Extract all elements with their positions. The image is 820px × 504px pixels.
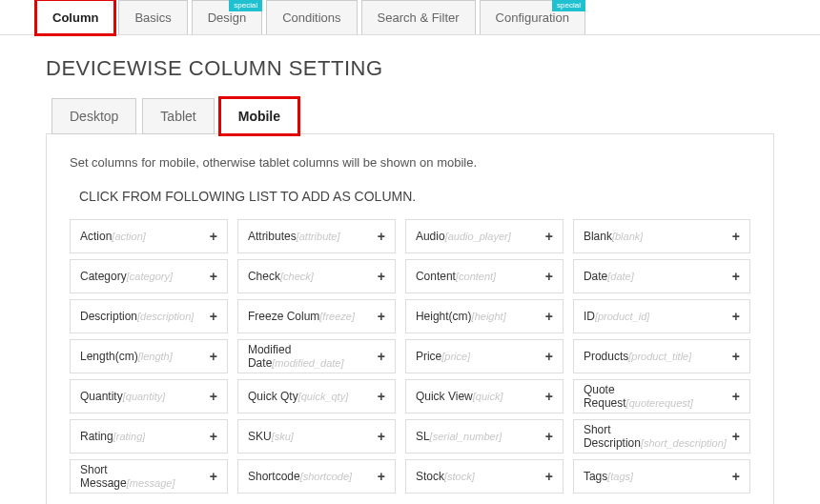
column-chip-shortcode[interactable]: Shortcode[shortcode]+ <box>237 459 396 494</box>
plus-icon: + <box>378 309 385 325</box>
column-chip-short-message[interactable]: Short Message[message]+ <box>70 459 228 494</box>
tab-label: Configuration <box>496 10 569 25</box>
column-chip-name: Quick Qty <box>248 390 298 403</box>
column-chip-slug: [height] <box>472 311 506 322</box>
column-chip-name: Rating <box>80 430 113 443</box>
device-tab-desktop[interactable]: Desktop <box>51 98 136 134</box>
column-chip-name: Quote Request <box>584 383 626 410</box>
top-tab-search-filter[interactable]: Search & Filter <box>361 0 476 34</box>
column-chip-label: Modified Date[modified_date] <box>248 343 372 371</box>
column-chip-label: Quantity[quantity] <box>80 390 165 403</box>
plus-icon: + <box>732 229 740 245</box>
column-chip-slug: [short_description] <box>641 437 727 449</box>
column-chip-label: Audio[audio_player] <box>416 230 511 243</box>
plus-icon: + <box>210 349 217 365</box>
column-chip-modified-date[interactable]: Modified Date[modified_date]+ <box>237 339 396 373</box>
column-chip-quote-request[interactable]: Quote Request[quoterequest]+ <box>573 379 750 413</box>
column-chip-name: ID <box>584 310 595 323</box>
plus-icon: + <box>378 349 385 365</box>
top-tab-conditions[interactable]: Conditions <box>266 0 357 34</box>
column-chip-slug: [category] <box>127 271 173 282</box>
column-chip-label: Blank[blank] <box>584 230 643 243</box>
column-chip-blank[interactable]: Blank[blank]+ <box>573 219 750 253</box>
plus-icon: + <box>210 229 217 245</box>
plus-icon: + <box>732 309 740 325</box>
column-chip-rating[interactable]: Rating[rating]+ <box>70 419 228 454</box>
column-chip-sku[interactable]: SKU[sku]+ <box>237 419 396 454</box>
device-tab-tablet[interactable]: Tablet <box>142 98 214 134</box>
column-chip-short-description[interactable]: Short Description[short_description]+ <box>573 419 750 454</box>
column-chip-name: Stock <box>416 470 444 483</box>
column-grid: Action[action]+Attributes[attribute]+Aud… <box>70 219 750 494</box>
column-chip-height-cm[interactable]: Height(cm)[height]+ <box>405 299 564 333</box>
column-chip-name: Length(cm) <box>80 350 138 363</box>
column-chip-name: Action <box>80 230 112 243</box>
plus-icon: + <box>210 469 217 485</box>
plus-icon: + <box>378 469 385 485</box>
column-chip-audio[interactable]: Audio[audio_player]+ <box>405 219 564 253</box>
column-chip-slug: [modified_date] <box>272 357 343 369</box>
column-chip-slug: [check] <box>280 271 314 282</box>
top-tab-configuration[interactable]: Configurationspecial <box>480 0 585 34</box>
column-chip-stock[interactable]: Stock[stock]+ <box>405 459 564 494</box>
column-chip-description[interactable]: Description[description]+ <box>70 299 228 333</box>
column-chip-length-cm[interactable]: Length(cm)[length]+ <box>70 339 228 373</box>
column-chip-name: Content <box>416 270 456 283</box>
column-chip-slug: [blank] <box>612 231 643 242</box>
column-chip-attributes[interactable]: Attributes[attribute]+ <box>237 219 396 253</box>
column-chip-action[interactable]: Action[action]+ <box>70 219 228 253</box>
column-chip-name: Shortcode <box>248 470 300 483</box>
column-chip-label: Attributes[attribute] <box>248 230 340 243</box>
plus-icon: + <box>545 429 553 445</box>
special-badge: special <box>229 0 262 11</box>
column-chip-label: Short Message[message] <box>80 463 204 491</box>
column-chip-label: Action[action] <box>80 230 146 243</box>
plus-icon: + <box>545 349 553 365</box>
column-chip-label: Quick Qty[quick_qty] <box>248 390 348 403</box>
column-chip-label: Stock[stock] <box>416 470 475 483</box>
column-chip-label: Quick View[quick] <box>416 390 503 403</box>
column-chip-freeze-colum[interactable]: Freeze Colum[freeze]+ <box>237 299 396 333</box>
top-tab-column[interactable]: Column <box>36 0 114 34</box>
column-chip-name: Products <box>584 350 628 363</box>
column-chip-name: Tags <box>584 470 607 483</box>
column-chip-category[interactable]: Category[category]+ <box>70 259 228 293</box>
column-chip-check[interactable]: Check[check]+ <box>237 259 396 293</box>
plus-icon: + <box>378 389 385 405</box>
plus-icon: + <box>545 269 553 285</box>
column-chip-slug: [serial_number] <box>430 431 502 442</box>
column-chip-slug: [product_id] <box>595 311 649 322</box>
column-chip-quantity[interactable]: Quantity[quantity]+ <box>70 379 228 413</box>
column-chip-label: Quote Request[quoterequest] <box>584 383 727 411</box>
column-chip-quick-view[interactable]: Quick View[quick]+ <box>405 379 564 413</box>
special-badge: special <box>552 0 585 11</box>
column-chip-slug: [rating] <box>113 431 146 442</box>
column-chip-slug: [freeze] <box>319 311 355 322</box>
column-chip-sl[interactable]: SL[serial_number]+ <box>405 419 564 454</box>
top-tab-design[interactable]: Designspecial <box>192 0 262 34</box>
column-chip-quick-qty[interactable]: Quick Qty[quick_qty]+ <box>237 379 396 413</box>
top-tabs: ColumnBasicsDesignspecialConditionsSearc… <box>0 0 820 35</box>
device-tab-mobile[interactable]: Mobile <box>220 98 298 134</box>
column-chip-products[interactable]: Products[product_title]+ <box>573 339 750 373</box>
instruction-text: CLICK FROM FOLLOWING LIST TO ADD AS COLU… <box>79 189 750 204</box>
column-chip-date[interactable]: Date[date]+ <box>573 259 750 293</box>
column-chip-slug: [length] <box>138 351 173 362</box>
column-chip-label: Height(cm)[height] <box>416 310 506 323</box>
column-chip-name: Price <box>416 350 441 363</box>
column-chip-id[interactable]: ID[product_id]+ <box>573 299 750 333</box>
column-chip-slug: [quantity] <box>123 391 166 402</box>
column-chip-tags[interactable]: Tags[tags]+ <box>573 459 750 494</box>
column-chip-price[interactable]: Price[price]+ <box>405 339 564 373</box>
column-chip-slug: [audio_player] <box>445 231 511 242</box>
plus-icon: + <box>545 229 553 245</box>
column-chip-content[interactable]: Content[content]+ <box>405 259 564 293</box>
plus-icon: + <box>378 229 385 245</box>
top-tab-basics[interactable]: Basics <box>118 0 187 34</box>
plus-icon: + <box>732 269 740 285</box>
helper-text: Set columns for mobile, otherwise tablet… <box>70 155 750 170</box>
column-chip-name: Date <box>584 270 607 283</box>
column-chip-name: Short Message <box>80 463 127 490</box>
column-chip-name: Short Description <box>584 423 641 450</box>
plus-icon: + <box>210 429 217 445</box>
